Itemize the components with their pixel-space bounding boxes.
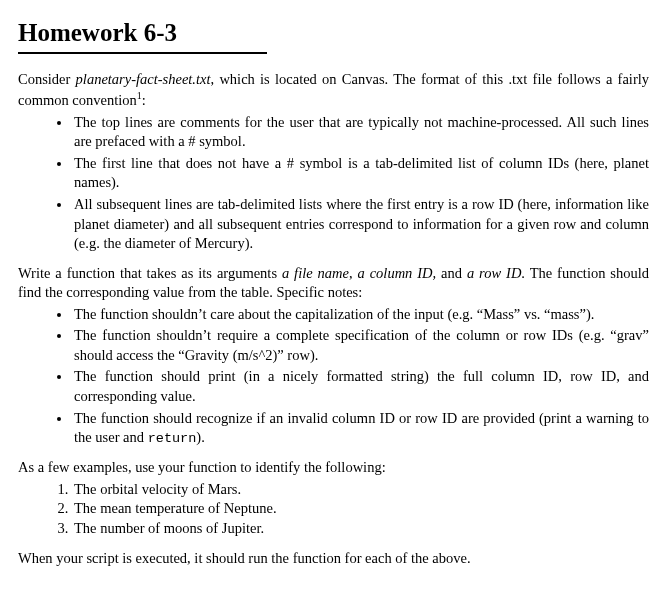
list-item: The function shouldn’t care about the ca… [72,305,649,325]
closing-paragraph: When your script is executed, it should … [18,549,649,569]
arg-filename: a file name [282,265,349,281]
list-item: The function should print (in a nicely f… [72,367,649,406]
list-item: The orbital velocity of Mars. [72,480,649,500]
examples-intro: As a few examples, use your function to … [18,458,649,478]
list-item: The first line that does not have a # sy… [72,154,649,193]
arg-row-id: a row ID [467,265,521,281]
text-run: : [142,92,146,108]
format-description-list: The top lines are comments for the user … [18,113,649,254]
text-run: Write a function that takes as its argum… [18,265,282,281]
list-item: The top lines are comments for the user … [72,113,649,152]
filename: planetary-fact-sheet.txt [76,71,211,87]
arg-column-id: a column ID, [358,265,437,281]
text-run: ). [196,429,204,445]
examples-list: The orbital velocity of Mars. The mean t… [18,480,649,539]
code-return: return [148,431,197,446]
list-item: The function should recognize if an inva… [72,409,649,449]
intro-paragraph: Consider planetary-fact-sheet.txt, which… [18,70,649,111]
specific-notes-list: The function shouldn’t care about the ca… [18,305,649,449]
text-run: Consider [18,71,76,87]
text-run: and [436,265,467,281]
list-item: The mean temperature of Neptune. [72,499,649,519]
text-run: , [349,265,358,281]
task-paragraph: Write a function that takes as its argum… [18,264,649,303]
list-item: The number of moons of Jupiter. [72,519,649,539]
page-title: Homework 6-3 [18,16,267,54]
list-item: The function shouldn’t require a complet… [72,326,649,365]
list-item: All subsequent lines are tab-delimited l… [72,195,649,254]
